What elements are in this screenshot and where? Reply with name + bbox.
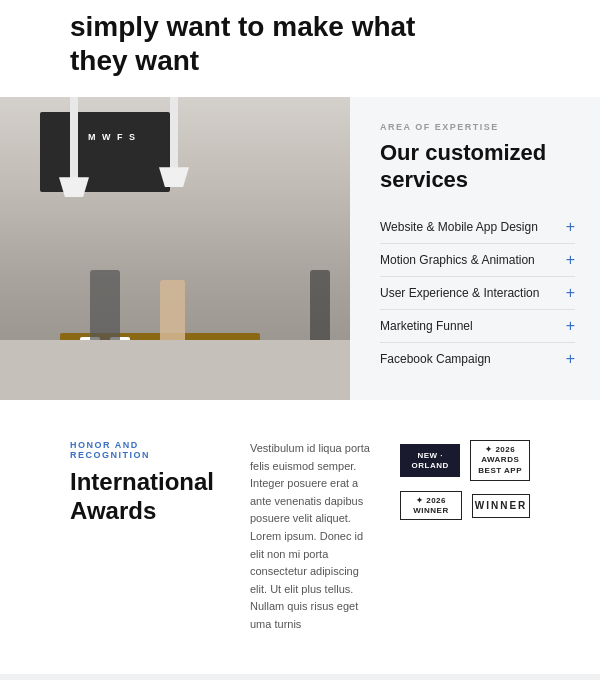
award-badge-winner: WINNER [472, 494, 530, 518]
service-name: Marketing Funnel [380, 319, 473, 333]
services-content: AREA OF EXPERTISE Our customized service… [350, 97, 600, 400]
award-badge-new-orland: NEW · ORLAND [400, 444, 460, 477]
services-list: Website & Mobile App Design + Motion Gra… [380, 211, 575, 375]
service-item-motion[interactable]: Motion Graphics & Animation + [380, 244, 575, 277]
service-name: Website & Mobile App Design [380, 220, 538, 234]
hero-section: simply want to make what they want [0, 0, 600, 97]
awards-section: HONOR AND RECOGNITION International Awar… [0, 400, 600, 674]
service-name: Motion Graphics & Animation [380, 253, 535, 267]
office-image: M W F S [0, 97, 350, 400]
service-name: User Experience & Interaction [380, 286, 539, 300]
award-badge-winner-star: ✦ 2026 WINNER [400, 491, 462, 520]
awards-title: International Awards [70, 468, 220, 526]
awards-description: Vestibulum id liqua porta felis euismod … [250, 440, 370, 634]
service-plus-icon: + [566, 285, 575, 301]
service-plus-icon: + [566, 219, 575, 235]
service-plus-icon: + [566, 252, 575, 268]
service-plus-icon: + [566, 318, 575, 334]
services-section: M W F S AREA OF EXPERTISE Our customized… [0, 97, 600, 400]
area-of-expertise-label: AREA OF EXPERTISE [380, 122, 575, 132]
service-item-facebook[interactable]: Facebook Campaign + [380, 343, 575, 375]
service-item-marketing[interactable]: Marketing Funnel + [380, 310, 575, 343]
hero-title: simply want to make what they want [70, 10, 530, 77]
awards-row-top: NEW · ORLAND ✦ 2026 AWARDSBEST APP [400, 440, 530, 481]
service-item-website[interactable]: Website & Mobile App Design + [380, 211, 575, 244]
service-item-ux[interactable]: User Experience & Interaction + [380, 277, 575, 310]
awards-row-bottom: ✦ 2026 WINNER WINNER [400, 491, 530, 520]
partners-section: PROUD PARTNERS What they say about us Pr… [0, 674, 600, 681]
awards-left: HONOR AND RECOGNITION International Awar… [70, 440, 220, 634]
service-plus-icon: + [566, 351, 575, 367]
awards-logos: NEW · ORLAND ✦ 2026 AWARDSBEST APP ✦ 202… [400, 440, 530, 634]
service-name: Facebook Campaign [380, 352, 491, 366]
honor-label: HONOR AND RECOGNITION [70, 440, 220, 460]
award-badge-2026: ✦ 2026 AWARDSBEST APP [470, 440, 530, 481]
services-title: Our customized services [380, 140, 575, 193]
